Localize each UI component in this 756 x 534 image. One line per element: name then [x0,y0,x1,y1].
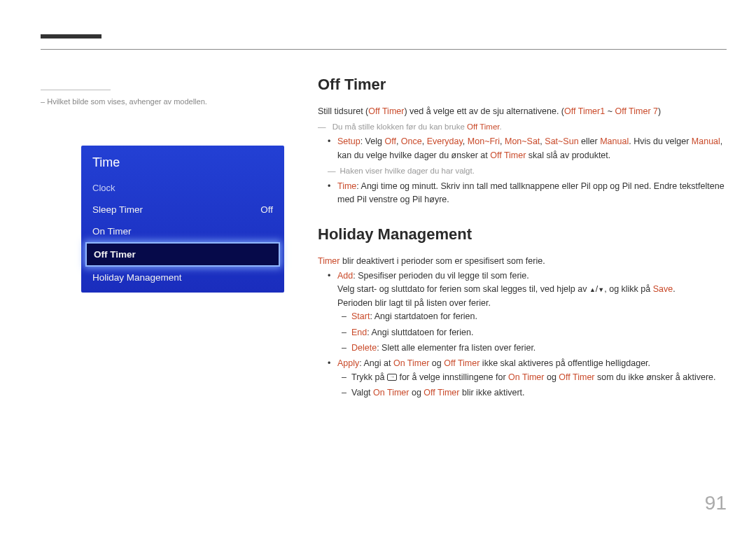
bullet-time: Time: Angi time og minutt. Skriv inn tal… [337,180,727,207]
bullet-setup: Setup: Velg Off, Once, Everyday, Mon~Fri… [337,135,727,178]
add-subitems: Start: Angi startdatoen for ferien. End:… [337,310,727,355]
note-checkmark-days: Haken viser hvilke dager du har valgt. [328,165,727,178]
note-set-clock: Du må stille klokken før du kan bruke Of… [318,121,727,134]
subitem-end: End: Angi sluttdatoen for ferien. [351,326,727,339]
main-content: Off Timer Still tidsuret (Off Timer) ved… [318,73,727,402]
apply-subitems: Trykk på for å velge innstillingene for … [337,371,727,400]
menu-item-label: Clock [92,183,115,193]
holiday-intro: Timer blir deaktivert i perioder som er … [318,255,727,268]
holiday-bullets: Add: Spesifiser perioden du vil legge ti… [318,269,727,400]
subitem-start: Start: Angi startdatoen for ferien. [351,310,727,323]
menu-item-label: Off Timer [94,249,136,260]
menu-item-sleep-timer[interactable]: Sleep Timer Off [81,199,284,220]
header-accent-bar [41,34,102,38]
keyword-off-timer-1: Off Timer1 [564,106,605,116]
heading-holiday-management: Holiday Management [318,223,727,246]
caption-rule [41,90,111,90]
arrow-up-icon [589,284,596,294]
off-timer-intro: Still tidsuret (Off Timer) ved å velge e… [318,105,727,118]
heading-off-timer: Off Timer [318,73,727,97]
bullet-add: Add: Spesifiser perioden du vil legge ti… [337,269,727,355]
menu-item-label: On Timer [92,226,132,237]
enter-button-icon [387,374,397,381]
time-menu-panel: Time Clock Sleep Timer Off On Timer Off … [81,146,284,293]
menu-item-value: Off [260,204,273,215]
off-timer-bullets: Setup: Velg Off, Once, Everyday, Mon~Fri… [318,135,727,206]
subitem-delete: Delete: Slett alle elementer fra listen … [351,342,727,355]
arrow-down-icon [598,284,604,294]
sidebar-caption: – Hvilket bilde som vises, avhenger av m… [41,83,244,106]
menu-item-clock[interactable]: Clock [81,177,284,199]
caption-dash: – [41,97,45,106]
time-menu-title: Time [81,151,284,177]
page-number: 91 [705,492,727,514]
subitem-selected: Valgt On Timer og Off Timer blir ikke ak… [351,386,727,400]
header-rule [41,49,727,50]
menu-item-label: Holiday Management [92,272,182,283]
keyword-off-timer-7: Off Timer 7 [615,106,658,116]
menu-item-on-timer[interactable]: On Timer [81,220,284,242]
bullet-apply: Apply: Angi at On Timer og Off Timer ikk… [337,357,727,400]
menu-item-holiday-management[interactable]: Holiday Management [81,267,284,288]
keyword-off-timer: Off Timer [368,106,404,116]
caption-text: Hvilket bilde som vises, avhenger av mod… [47,97,207,106]
sidebar-column: Time Clock Sleep Timer Off On Timer Off … [41,73,244,106]
menu-item-off-timer[interactable]: Off Timer [85,242,280,267]
menu-item-label: Sleep Timer [92,204,143,215]
subitem-press: Trykk på for å velge innstillingene for … [351,371,727,384]
